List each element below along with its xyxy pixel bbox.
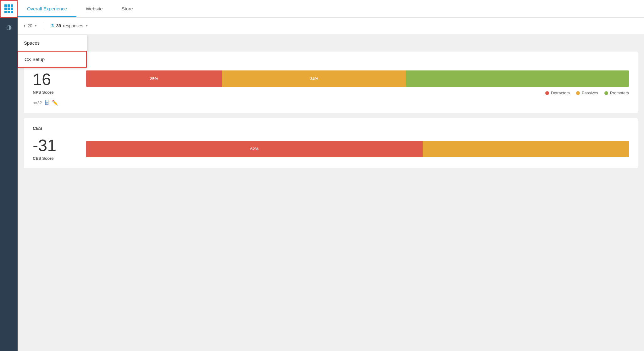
- filter-divider: [44, 22, 44, 30]
- ces-content: -31 CES Score 62%: [33, 137, 629, 161]
- grid-icon: [4, 4, 13, 13]
- ces-chart-section: 62%: [86, 141, 629, 157]
- responses-filter[interactable]: ⚗ 39 responses ▼: [50, 23, 88, 28]
- nav-tabs: Overall Experience Website Store: [18, 0, 644, 17]
- nps-footer: n=32 🗄 ✏️: [33, 100, 629, 106]
- ces-score-label: CES Score: [33, 156, 77, 161]
- tab-store[interactable]: Store: [112, 0, 142, 17]
- legend-dot-passives: [576, 91, 580, 95]
- nps-label: NPS: [33, 59, 629, 64]
- nps-bar-detractors: 25%: [86, 70, 222, 87]
- nps-score-section: 16 NPS Score: [33, 71, 77, 95]
- legend-dot-promoters: [604, 91, 608, 95]
- filter-icon: ⚗: [50, 23, 54, 28]
- dropdown-item-cx-setup[interactable]: CX Setup: [18, 51, 87, 68]
- ces-bar: 62%: [86, 141, 629, 157]
- nps-card: NPS 16 NPS Score 25% 34%: [24, 52, 638, 113]
- nps-bar-promoters: [406, 70, 629, 87]
- date-filter[interactable]: r '20 ▼: [24, 23, 37, 28]
- sidebar: ◑: [0, 18, 18, 351]
- tab-overall-experience[interactable]: Overall Experience: [18, 0, 76, 17]
- nps-footnote: n=32: [33, 100, 42, 105]
- dropdown-item-spaces[interactable]: Spaces: [18, 35, 87, 51]
- ces-bar-detractors: 62%: [86, 141, 423, 157]
- dropdown-menu: Spaces CX Setup: [18, 35, 87, 68]
- legend-dot-detractors: [545, 91, 549, 95]
- nps-bar-passives: 34%: [222, 70, 407, 87]
- magic-icon[interactable]: ✏️: [52, 100, 58, 106]
- date-filter-arrow: ▼: [34, 24, 37, 27]
- ces-score-value: -31: [33, 137, 77, 153]
- nps-score-value: 16: [33, 71, 77, 87]
- nps-score-label: NPS Score: [33, 90, 77, 95]
- ces-label: CES: [33, 126, 629, 131]
- main-layout: ◑ r '20 ▼ ⚗ 39 responses ▼ k Pulse NPS: [0, 18, 644, 351]
- content-area: r '20 ▼ ⚗ 39 responses ▼ k Pulse NPS 16 …: [18, 18, 644, 351]
- nps-content: 16 NPS Score 25% 34%: [33, 70, 629, 95]
- filter-bar: r '20 ▼ ⚗ 39 responses ▼: [18, 18, 644, 34]
- legend-detractors: Detractors: [545, 91, 570, 95]
- top-nav: Overall Experience Website Store: [0, 0, 644, 18]
- nps-legend: Detractors Passives Promoters: [86, 91, 629, 95]
- legend-passives: Passives: [576, 91, 598, 95]
- ces-bar-passives: [423, 141, 629, 157]
- app-grid-button[interactable]: [0, 0, 18, 18]
- ces-card: CES -31 CES Score 62%: [24, 118, 638, 168]
- legend-promoters: Promoters: [604, 91, 629, 95]
- nps-bar: 25% 34%: [86, 70, 629, 87]
- database-icon[interactable]: 🗄: [44, 100, 49, 106]
- sidebar-analytics-icon[interactable]: ◑: [3, 21, 15, 33]
- ces-score-section: -31 CES Score: [33, 137, 77, 161]
- responses-filter-arrow: ▼: [85, 24, 88, 27]
- nps-chart-section: 25% 34% Detractors: [86, 70, 629, 95]
- page-title: k Pulse: [18, 34, 644, 52]
- tab-website[interactable]: Website: [76, 0, 112, 17]
